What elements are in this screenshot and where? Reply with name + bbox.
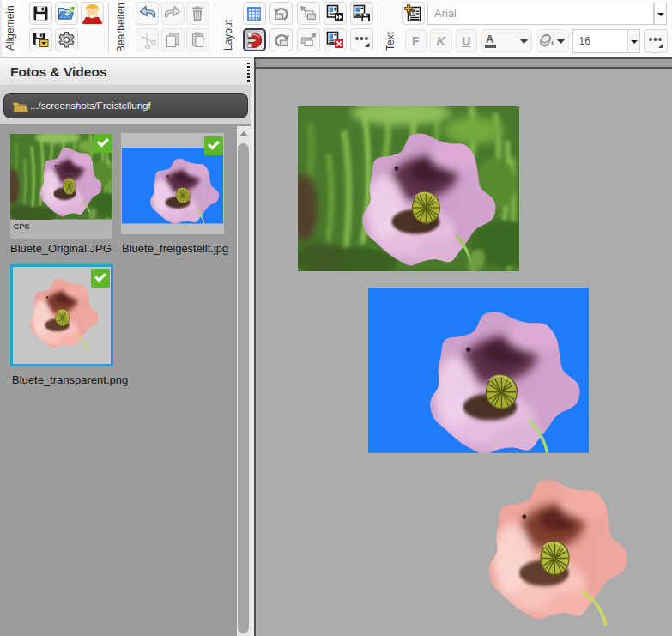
svg-text:A: A: [486, 33, 494, 45]
svg-text:T: T: [411, 10, 415, 15]
